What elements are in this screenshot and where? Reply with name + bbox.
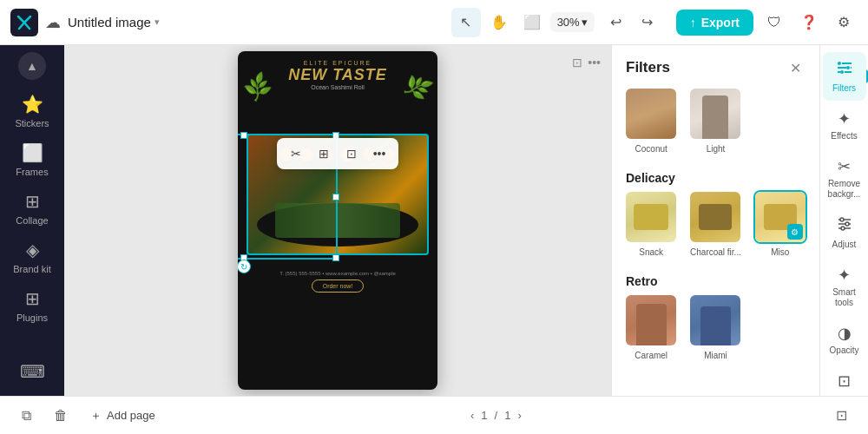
topbar-actions: ↑ Export 🛡 ❓ ⚙ bbox=[676, 9, 858, 36]
right-panel-item-crop[interactable]: ⊡ bbox=[823, 365, 866, 396]
save-to-cloud-icon[interactable]: ☁ bbox=[45, 13, 61, 32]
right-panel-opacity-label: Opacity bbox=[830, 345, 859, 356]
filter-thumb-miso: ⚙ bbox=[753, 190, 807, 244]
filter-item-coconut[interactable]: Coconut bbox=[622, 87, 680, 154]
right-panel-item-opacity[interactable]: ◑ Opacity bbox=[823, 317, 866, 363]
filter-item-snack[interactable]: Snack bbox=[622, 190, 680, 257]
filter-item-retro1[interactable]: Caramel bbox=[622, 293, 680, 360]
card-header: ELITE EPICURE 🌿 🌿 NEW TASTE Ocean Sashim… bbox=[238, 51, 437, 99]
right-panel-item-smart[interactable]: ✦ Smart tools bbox=[823, 259, 866, 315]
keyboard-icon: ⌨ bbox=[20, 361, 45, 382]
sidebar-item-brand[interactable]: ◈ Brand kit bbox=[4, 233, 60, 281]
filter-thumb-charcoal bbox=[688, 190, 742, 244]
svg-rect-7 bbox=[845, 71, 852, 73]
topbar: ☁ Untitled image ▾ ↖ ✋ ⬜ 30% ▾ ↩ ↪ ↑ Exp… bbox=[0, 0, 868, 45]
filter-name-coconut: Coconut bbox=[635, 144, 667, 154]
help-icon-btn[interactable]: ❓ bbox=[795, 9, 823, 36]
right-panel-smart-label: Smart tools bbox=[826, 287, 863, 308]
right-panel-item-removebg[interactable]: ✂ Remove backgr... bbox=[823, 150, 866, 207]
right-panel-adjust-label: Adjust bbox=[832, 240, 857, 250]
selection-handle-bm[interactable] bbox=[240, 254, 247, 261]
collage-icon: ⊞ bbox=[25, 191, 40, 212]
svg-point-3 bbox=[846, 66, 850, 69]
filter-thumb-light bbox=[688, 87, 742, 141]
sidebar-collapse-button[interactable]: ▲ bbox=[18, 52, 46, 80]
svg-point-11 bbox=[841, 227, 845, 230]
export-button[interactable]: ↑ Export bbox=[676, 10, 753, 36]
canvas-area[interactable]: Page 1 ⊡ ••• ELITE EPICURE 🌿 🌿 NEW TASTE… bbox=[64, 45, 611, 396]
sidebar-item-frames[interactable]: ⬜ Frames bbox=[4, 135, 60, 184]
selection-handle-br[interactable] bbox=[332, 254, 339, 261]
card-subtitle: ELITE EPICURE bbox=[247, 60, 429, 66]
filter-name-retro2: Miami bbox=[704, 351, 727, 360]
export-icon: ↑ bbox=[690, 16, 696, 30]
filters-header: Filters ✕ bbox=[612, 45, 819, 87]
page-more-icon[interactable]: ••• bbox=[588, 56, 601, 69]
filter-item-retro2[interactable]: Miami bbox=[687, 293, 744, 360]
filter-item-miso[interactable]: ⚙ Miso bbox=[752, 190, 809, 257]
sidebar-plugins-label: Plugins bbox=[16, 312, 48, 323]
svg-point-9 bbox=[840, 218, 844, 221]
order-button[interactable]: Order now! bbox=[312, 279, 365, 293]
page-next-button[interactable]: › bbox=[517, 409, 521, 422]
app-logo[interactable] bbox=[10, 9, 38, 36]
page-prev-button[interactable]: ‹ bbox=[470, 409, 474, 422]
filter-item-light[interactable]: Light bbox=[687, 87, 744, 154]
sidebar-frames-label: Frames bbox=[16, 167, 48, 177]
frame-tool-button[interactable]: ⬜ bbox=[517, 8, 547, 37]
canvas-card: ELITE EPICURE 🌿 🌿 NEW TASTE Ocean Sashim… bbox=[238, 51, 437, 390]
remove-bg-icon: ✂ bbox=[838, 157, 851, 176]
card-title: NEW TASTE bbox=[247, 66, 429, 84]
filter-name-miso: Miso bbox=[771, 247, 789, 257]
redo-button[interactable]: ↪ bbox=[633, 8, 662, 37]
effects-icon: ✦ bbox=[838, 109, 851, 128]
right-panel-item-adjust[interactable]: Adjust bbox=[823, 208, 866, 257]
filters-retro-grid: Caramel Miami bbox=[612, 293, 819, 371]
main-area: ▲ ⭐ Stickers ⬜ Frames ⊞ Collage ◈ Brand … bbox=[0, 45, 868, 396]
shield-icon-btn[interactable]: 🛡 bbox=[760, 9, 788, 36]
svg-point-6 bbox=[840, 70, 844, 74]
fit-to-screen-button[interactable]: ⊡ bbox=[830, 404, 854, 428]
right-panel-item-filters[interactable]: Filters bbox=[823, 52, 866, 101]
bottom-bar: ⧉ 🗑 ＋ Add page ‹ 1 / 1 › ⊡ bbox=[0, 396, 868, 434]
title-chevron-icon: ▾ bbox=[155, 16, 160, 28]
svg-point-10 bbox=[845, 222, 849, 226]
right-panel-removebg-label: Remove backgr... bbox=[826, 179, 863, 200]
svg-rect-8 bbox=[838, 71, 840, 73]
pan-tool-button[interactable]: ✋ bbox=[484, 8, 514, 37]
filters-panel-icon bbox=[836, 59, 853, 81]
undo-button[interactable]: ↩ bbox=[602, 8, 631, 37]
right-panel-item-effects[interactable]: ✦ Effects bbox=[823, 102, 866, 148]
filters-top-grid: Coconut Light bbox=[612, 87, 819, 164]
toolbar-tools: ↖ ✋ ⬜ 30% ▾ bbox=[451, 8, 595, 37]
add-page-button[interactable]: ＋ Add page bbox=[83, 404, 162, 427]
filters-close-button[interactable]: ✕ bbox=[785, 57, 806, 78]
more-options-button[interactable]: ••• bbox=[367, 141, 391, 166]
settings-icon-btn[interactable]: ⚙ bbox=[830, 9, 858, 36]
svg-rect-1 bbox=[842, 62, 852, 64]
crop-button[interactable]: ✂ bbox=[284, 141, 308, 166]
grid-button[interactable]: ⊞ bbox=[312, 141, 336, 166]
document-title[interactable]: Untitled image ▾ bbox=[68, 15, 160, 30]
delete-page-button[interactable]: 🗑 bbox=[49, 404, 73, 428]
sidebar-item-collage[interactable]: ⊞ Collage bbox=[4, 184, 60, 233]
sidebar-item-keyboard[interactable]: ⌨ bbox=[4, 354, 60, 389]
right-panel: Filters ✦ Effects ✂ Remove backgr... Adj… bbox=[819, 45, 868, 396]
page-navigation: ‹ 1 / 1 › bbox=[470, 409, 522, 422]
select-tool-button[interactable]: ↖ bbox=[451, 8, 481, 37]
filters-delicacy-title: Delicacy bbox=[612, 164, 819, 190]
add-page-label: Add page bbox=[107, 409, 155, 422]
filter-thumb-retro1 bbox=[624, 293, 678, 347]
sidebar-item-plugins[interactable]: ⊞ Plugins bbox=[4, 281, 60, 330]
left-sidebar: ▲ ⭐ Stickers ⬜ Frames ⊞ Collage ◈ Brand … bbox=[0, 45, 64, 396]
page-screenshot-icon[interactable]: ⊡ bbox=[572, 56, 582, 69]
filter-thumb-retro2 bbox=[688, 293, 742, 347]
filter-item-charcoal[interactable]: Charcoal fir... bbox=[687, 190, 744, 257]
sidebar-item-stickers[interactable]: ⭐ Stickers bbox=[4, 87, 60, 135]
svg-rect-2 bbox=[838, 62, 838, 64]
card-bottom: T. (555) 555-5555 • www.example.com • @s… bbox=[238, 264, 437, 299]
replace-button[interactable]: ⊡ bbox=[339, 141, 364, 166]
zoom-control[interactable]: 30% ▾ bbox=[550, 12, 595, 32]
page-current: 1 bbox=[481, 409, 487, 422]
copy-page-button[interactable]: ⧉ bbox=[14, 404, 38, 428]
